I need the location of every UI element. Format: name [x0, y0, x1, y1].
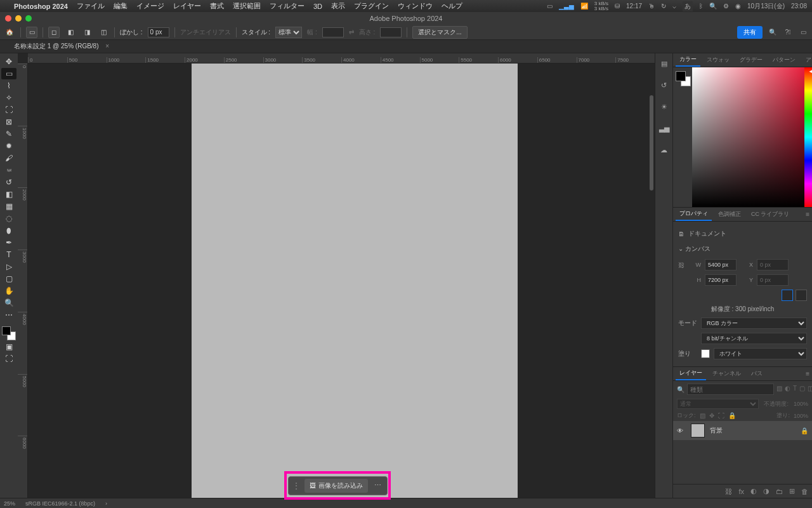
- pen-tool[interactable]: ✒: [1, 237, 16, 248]
- traffic-lights[interactable]: [5, 15, 32, 22]
- healing-brush-tool[interactable]: ✹: [1, 140, 16, 152]
- tool-preset-icon[interactable]: ▭: [26, 27, 37, 38]
- type-tool[interactable]: T: [1, 249, 16, 260]
- path-selection-tool[interactable]: ▷: [1, 261, 16, 272]
- new-selection-icon[interactable]: ◻: [48, 27, 60, 38]
- help-icon[interactable]: ?⃝: [783, 27, 793, 37]
- canvas-x-input[interactable]: [757, 259, 789, 271]
- filter-pixel-icon[interactable]: ▧: [776, 385, 782, 394]
- canvas-area[interactable]: 0500100015002000250030003500400045005000…: [18, 53, 655, 498]
- layer-filter-input[interactable]: [687, 384, 774, 395]
- hand-tool[interactable]: ✋: [1, 285, 16, 297]
- ruler-horizontal[interactable]: 0500100015002000250030003500400045005000…: [28, 53, 655, 64]
- menu-image[interactable]: イメージ: [136, 1, 164, 11]
- lock-position-icon[interactable]: ✥: [709, 412, 714, 419]
- filter-smart-icon[interactable]: ◫: [808, 385, 812, 394]
- filter-shape-icon[interactable]: ▢: [799, 385, 805, 394]
- dodge-tool[interactable]: ⬮: [1, 225, 16, 236]
- gradient-tool[interactable]: ▦: [1, 201, 16, 212]
- tab-channels[interactable]: チャンネル: [709, 368, 745, 380]
- menu-file[interactable]: ファイル: [77, 1, 105, 11]
- brush-tool[interactable]: 🖌: [1, 152, 16, 164]
- spotlight-icon[interactable]: 🔍: [709, 3, 717, 10]
- workspace-icon[interactable]: ▭: [798, 27, 808, 37]
- screen-mode-tool[interactable]: ⛶: [1, 353, 16, 364]
- menubar-time[interactable]: 12:17: [626, 3, 642, 10]
- layer-thumbnail[interactable]: [691, 424, 705, 438]
- menu-3d[interactable]: 3D: [313, 3, 322, 10]
- adjustments-panel-icon[interactable]: ☀: [659, 102, 669, 112]
- canvas-section-title[interactable]: ⌄ カンバス: [678, 241, 807, 257]
- battery-icon[interactable]: ▭: [547, 3, 553, 10]
- fill-select[interactable]: ホワイト: [714, 348, 807, 359]
- menu-select[interactable]: 選択範囲: [233, 1, 261, 11]
- marquee-tool[interactable]: ▭: [1, 68, 16, 79]
- foreground-color[interactable]: [2, 326, 11, 335]
- libraries-panel-icon[interactable]: ☁: [659, 145, 669, 155]
- layer-visibility-icon[interactable]: 👁: [677, 427, 686, 434]
- tab-patterns[interactable]: パターン: [769, 54, 799, 66]
- landscape-orientation-button[interactable]: [796, 290, 807, 301]
- layer-name[interactable]: 背景: [710, 426, 723, 435]
- status-chevron-icon[interactable]: ›: [105, 500, 107, 507]
- canvas-height-input[interactable]: [705, 274, 737, 286]
- fill-color-swatch[interactable]: [701, 349, 710, 358]
- hue-slider[interactable]: [804, 67, 812, 207]
- network-icon[interactable]: 📶: [580, 3, 588, 10]
- adjustment-layer-icon[interactable]: ◑: [763, 487, 769, 495]
- magic-wand-tool[interactable]: ✧: [1, 92, 16, 104]
- layer-group-icon[interactable]: 🗀: [776, 488, 783, 495]
- frame-tool[interactable]: ⊠: [1, 116, 16, 128]
- layers-panel-menu-icon[interactable]: ≡: [806, 370, 809, 377]
- color-mode-select[interactable]: RGB カラー: [701, 318, 807, 329]
- clone-stamp-tool[interactable]: ⎃: [1, 164, 16, 176]
- layer-style-icon[interactable]: fx: [738, 488, 744, 495]
- minimize-window-icon[interactable]: [15, 15, 22, 22]
- subtract-selection-icon[interactable]: ◨: [81, 27, 93, 38]
- disk-icon[interactable]: ⛁: [615, 3, 620, 10]
- new-layer-icon[interactable]: ⊞: [789, 487, 795, 495]
- bit-depth-select[interactable]: 8 bit/チャンネル: [701, 333, 807, 344]
- tab-paths[interactable]: パス: [747, 368, 766, 380]
- eyedropper-tool[interactable]: ✎: [1, 128, 16, 140]
- control-center-icon[interactable]: ⚙: [723, 3, 729, 10]
- histogram-panel-icon[interactable]: ▃▅: [659, 123, 669, 133]
- lock-pixels-icon[interactable]: ▧: [700, 412, 705, 419]
- select-and-mask-button[interactable]: 選択とマスク...: [412, 26, 467, 39]
- sync-icon[interactable]: ↻: [661, 3, 666, 10]
- eraser-tool[interactable]: ◧: [1, 189, 16, 200]
- tab-color[interactable]: カラー: [676, 53, 700, 67]
- link-wh-icon[interactable]: ⛓: [678, 262, 684, 269]
- zoom-level[interactable]: 25%: [4, 500, 15, 507]
- blur-tool[interactable]: ◌: [1, 213, 16, 224]
- layer-row[interactable]: 👁 背景 🔒: [673, 421, 812, 440]
- menubar-date[interactable]: 10月13日(金): [747, 2, 785, 11]
- filter-type-icon[interactable]: T: [793, 385, 797, 394]
- filter-adjust-icon[interactable]: ◐: [785, 385, 790, 394]
- bluetooth-icon[interactable]: ᛒ: [699, 3, 703, 10]
- canvas-width-input[interactable]: [705, 259, 737, 271]
- properties-panel-menu-icon[interactable]: ≡: [806, 211, 809, 218]
- crop-tool[interactable]: ⛶: [1, 104, 16, 116]
- tab-libraries[interactable]: CC ライブラリ: [747, 208, 794, 220]
- tab-layers[interactable]: レイヤー: [676, 367, 706, 380]
- close-window-icon[interactable]: [5, 15, 11, 22]
- lock-all-icon[interactable]: 🔒: [728, 412, 736, 419]
- document-canvas[interactable]: [192, 64, 518, 498]
- link-layers-icon[interactable]: ⛓: [725, 488, 732, 495]
- menu-window[interactable]: ウィンドウ: [398, 1, 433, 11]
- panel-fg-color[interactable]: [676, 71, 686, 81]
- mouse-icon[interactable]: 🖱: [648, 3, 655, 10]
- portrait-orientation-button[interactable]: [782, 290, 793, 301]
- history-panel-icon[interactable]: ↺: [659, 80, 669, 90]
- siri-icon[interactable]: ◉: [735, 3, 741, 10]
- edit-toolbar-icon[interactable]: ⋯: [1, 309, 16, 321]
- canvas-y-input[interactable]: [757, 274, 789, 286]
- menu-view[interactable]: 表示: [331, 1, 345, 11]
- color-swatches[interactable]: [2, 326, 16, 340]
- menu-edit[interactable]: 編集: [114, 1, 128, 11]
- menubar-clock[interactable]: 23:08: [791, 3, 807, 10]
- menu-layer[interactable]: レイヤー: [173, 1, 201, 11]
- brushes-panel-icon[interactable]: ▤: [659, 58, 669, 69]
- lock-artboard-icon[interactable]: ⛶: [718, 412, 724, 419]
